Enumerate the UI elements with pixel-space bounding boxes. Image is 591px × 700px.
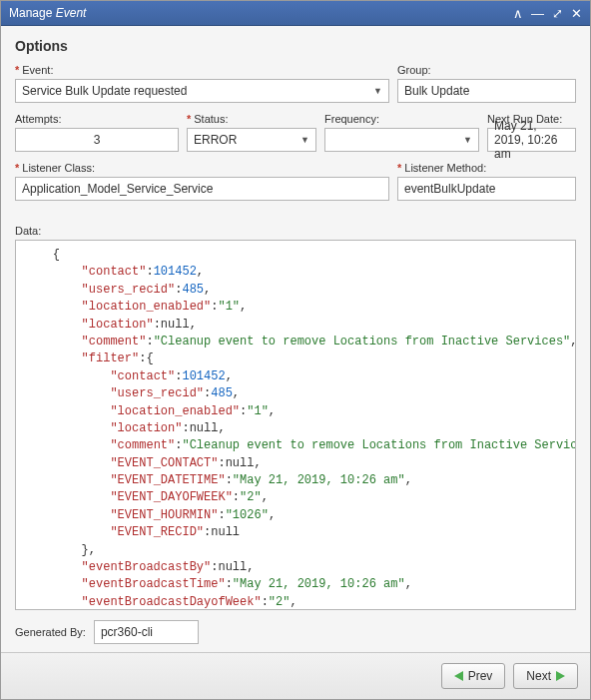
manage-event-window: Manage Event ∧ — ⤢ ✕ Options Event: Serv… — [0, 0, 591, 700]
row-listener: Listener Class: Application_Model_Servic… — [15, 162, 576, 201]
arrow-right-icon — [556, 671, 565, 681]
frequency-select[interactable] — [324, 128, 479, 152]
prev-label: Prev — [468, 669, 493, 683]
options-heading: Options — [15, 38, 576, 54]
next-button[interactable]: Next — [513, 663, 578, 689]
event-value: Service Bulk Update requested — [22, 84, 187, 98]
label-listener-class: Listener Class: — [15, 162, 389, 174]
listener-method-value: eventBulkUpdate — [404, 182, 495, 196]
group-field[interactable]: Bulk Update — [397, 79, 576, 103]
titlebar[interactable]: Manage Event ∧ — ⤢ ✕ — [1, 1, 590, 26]
group-value: Bulk Update — [404, 84, 469, 98]
close-icon[interactable]: ✕ — [571, 7, 582, 20]
attempts-input[interactable] — [15, 128, 179, 152]
event-select[interactable]: Service Bulk Update requested — [15, 79, 389, 103]
label-group: Group: — [397, 64, 576, 76]
expand-icon[interactable]: ⤢ — [552, 7, 563, 20]
prev-button[interactable]: Prev — [441, 663, 506, 689]
label-data: Data: — [15, 225, 576, 237]
label-status: Status: — [187, 113, 316, 125]
status-value: ERROR — [194, 133, 237, 147]
title-italic: Event — [56, 6, 87, 20]
generated-by-field[interactable] — [94, 620, 199, 644]
label-listener-method: Listener Method: — [397, 162, 576, 174]
footer: Prev Next — [1, 652, 590, 699]
row-event-group: Event: Service Bulk Update requested Gro… — [15, 64, 576, 103]
data-textarea[interactable]: { "contact":101452, "users_recid":485, "… — [15, 240, 576, 610]
content-area: Options Event: Service Bulk Update reque… — [1, 26, 590, 652]
title-prefix: Manage — [9, 6, 56, 20]
label-attempts: Attempts: — [15, 113, 179, 125]
arrow-left-icon — [454, 671, 463, 681]
label-generated-by: Generated By: — [15, 626, 86, 638]
window-title: Manage Event — [9, 6, 505, 20]
listener-class-value: Application_Model_Service_Service — [22, 182, 213, 196]
label-frequency: Frequency: — [324, 113, 479, 125]
nextrun-value: May 21, 2019, 10:26 am — [494, 119, 569, 161]
next-label: Next — [526, 669, 551, 683]
nextrun-field[interactable]: May 21, 2019, 10:26 am — [487, 128, 576, 152]
listener-class-field[interactable]: Application_Model_Service_Service — [15, 177, 389, 201]
minimize-icon[interactable]: — — [531, 7, 544, 20]
listener-method-field[interactable]: eventBulkUpdate — [397, 177, 576, 201]
generated-by-row: Generated By: — [15, 620, 576, 644]
status-select[interactable]: ERROR — [187, 128, 316, 152]
collapse-icon[interactable]: ∧ — [513, 7, 523, 20]
label-event: Event: — [15, 64, 389, 76]
row-attempts-status-freq-next: Attempts: Status: ERROR Frequency: Next … — [15, 113, 576, 152]
